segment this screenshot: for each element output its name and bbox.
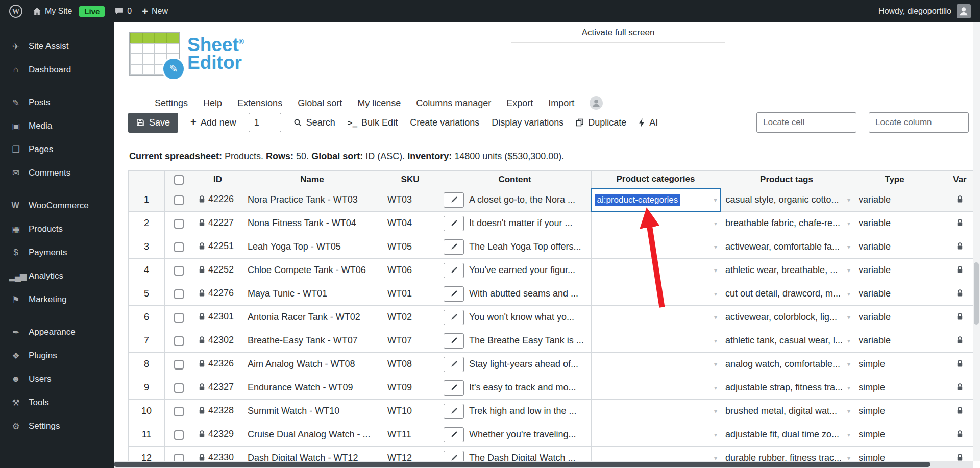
column-header-categories[interactable]: Product categories xyxy=(592,171,720,188)
tags-cell[interactable]: analog watch, comfortable... xyxy=(720,353,853,376)
column-header-sku[interactable]: SKU xyxy=(382,171,438,188)
chevron-down-icon[interactable] xyxy=(714,243,717,251)
chevron-down-icon[interactable] xyxy=(847,243,850,251)
sidebar-item-posts[interactable]: ✎ Posts xyxy=(0,91,114,114)
content-cell[interactable]: You've earned your figur... xyxy=(438,259,592,282)
id-cell[interactable]: 42330 xyxy=(193,447,242,461)
categories-cell[interactable] xyxy=(592,235,720,259)
column-header-id[interactable]: ID xyxy=(193,171,242,188)
select-all-checkbox[interactable] xyxy=(174,175,184,185)
row-number[interactable]: 8 xyxy=(129,353,165,376)
add-new-button[interactable]: Add new xyxy=(190,117,236,128)
chevron-down-icon[interactable] xyxy=(847,220,850,227)
sku-cell[interactable]: WT07 xyxy=(382,329,438,353)
column-header-content[interactable]: Content xyxy=(438,171,592,188)
edit-content-button[interactable] xyxy=(444,286,464,302)
tags-cell[interactable]: cut out detail, drawcord, m... xyxy=(720,282,853,306)
chevron-down-icon[interactable] xyxy=(714,220,717,227)
name-cell[interactable]: Leah Yoga Top - WT05 xyxy=(242,235,382,259)
howdy-text[interactable]: Howdy, diegoportillo xyxy=(878,7,951,16)
tags-cell[interactable]: adjustable fit, dual time zo... xyxy=(720,423,853,447)
categories-cell[interactable] xyxy=(592,423,720,447)
name-cell[interactable]: Aim Analog Watch - WT08 xyxy=(242,353,382,376)
edit-content-button[interactable] xyxy=(444,451,464,461)
chevron-down-icon[interactable] xyxy=(714,361,717,368)
edit-content-button[interactable] xyxy=(444,263,464,278)
categories-cell[interactable] xyxy=(592,259,720,282)
chevron-down-icon[interactable] xyxy=(847,196,850,204)
chevron-down-icon[interactable] xyxy=(714,267,717,274)
chevron-down-icon[interactable] xyxy=(714,314,717,321)
locate-column-input[interactable] xyxy=(869,112,969,133)
edit-content-button[interactable] xyxy=(444,310,464,325)
activate-fullscreen-link[interactable]: Activate full screen xyxy=(582,28,655,38)
type-cell[interactable]: simple xyxy=(853,423,936,447)
nav-item-global-sort[interactable]: Global sort xyxy=(298,98,342,109)
sku-cell[interactable]: WT05 xyxy=(382,235,438,259)
display-variations-button[interactable]: Display variations xyxy=(492,117,564,128)
name-cell[interactable]: Chloe Compete Tank - WT06 xyxy=(242,259,382,282)
categories-cell[interactable] xyxy=(592,447,720,461)
sidebar-item-dashboard[interactable]: ⌂ Dashboard xyxy=(0,58,114,82)
tags-cell[interactable]: athletic tank, casual wear, l... xyxy=(720,329,853,353)
search-button[interactable]: Search xyxy=(293,117,335,128)
row-number[interactable]: 12 xyxy=(129,447,165,461)
sidebar-item-comments[interactable]: ✉ Comments xyxy=(0,161,114,185)
sidebar-item-media[interactable]: ▣ Media xyxy=(0,114,114,138)
categories-cell[interactable] xyxy=(592,329,720,353)
chevron-down-icon[interactable] xyxy=(847,455,850,461)
new-link[interactable]: New xyxy=(142,6,168,17)
sidebar-item-users[interactable]: ☻ Users xyxy=(0,367,114,391)
content-cell[interactable]: With abutted seams and ... xyxy=(438,282,592,306)
type-cell[interactable]: variable xyxy=(853,282,936,306)
profile-icon[interactable] xyxy=(590,96,603,110)
selected-cell[interactable]: ai:product-categories xyxy=(592,188,720,212)
sku-cell[interactable]: WT08 xyxy=(382,353,438,376)
row-checkbox[interactable] xyxy=(174,219,184,229)
sidebar-item-site-assist[interactable]: ✈ Site Assist xyxy=(0,35,114,58)
nav-item-extensions[interactable]: Extensions xyxy=(237,98,282,109)
comments-link[interactable]: 0 xyxy=(115,7,132,16)
type-cell[interactable]: simple xyxy=(853,376,936,400)
type-cell[interactable]: variable xyxy=(853,329,936,353)
edit-content-button[interactable] xyxy=(444,427,464,442)
chevron-down-icon[interactable] xyxy=(714,431,717,438)
categories-cell[interactable] xyxy=(592,400,720,423)
row-checkbox[interactable] xyxy=(174,266,184,276)
edit-content-button[interactable] xyxy=(444,216,464,231)
row-checkbox[interactable] xyxy=(174,313,184,323)
id-cell[interactable]: 42302 xyxy=(193,329,242,353)
categories-cell[interactable] xyxy=(592,376,720,400)
name-cell[interactable]: Antonia Racer Tank - WT02 xyxy=(242,306,382,329)
content-cell[interactable]: The Leah Yoga Top offers... xyxy=(438,235,592,259)
my-site-link[interactable]: My Site xyxy=(33,7,72,16)
tags-cell[interactable]: casual style, organic cotto... xyxy=(720,188,853,212)
content-cell[interactable]: It's easy to track and mo... xyxy=(438,376,592,400)
row-number[interactable]: 7 xyxy=(129,329,165,353)
sku-cell[interactable]: WT12 xyxy=(382,447,438,461)
name-cell[interactable]: Breathe-Easy Tank - WT07 xyxy=(242,329,382,353)
name-cell[interactable]: Nona Fitness Tank - WT04 xyxy=(242,212,382,235)
column-header-variations[interactable]: Var xyxy=(936,171,973,188)
id-cell[interactable]: 42326 xyxy=(193,353,242,376)
chevron-down-icon[interactable] xyxy=(847,337,850,344)
row-number[interactable]: 3 xyxy=(129,235,165,259)
chevron-down-icon[interactable] xyxy=(714,384,717,391)
content-cell[interactable]: Stay light-years ahead of... xyxy=(438,353,592,376)
tags-cell[interactable]: durable rubber, fitness trac... xyxy=(720,447,853,461)
chevron-down-icon[interactable] xyxy=(714,337,717,344)
type-cell[interactable]: variable xyxy=(853,188,936,212)
column-header-type[interactable]: Type xyxy=(853,171,936,188)
row-checkbox[interactable] xyxy=(174,383,184,393)
row-number[interactable]: 9 xyxy=(129,376,165,400)
sku-cell[interactable]: WT09 xyxy=(382,376,438,400)
type-cell[interactable]: variable xyxy=(853,259,936,282)
rows-count-input[interactable] xyxy=(249,113,281,132)
nav-item-export[interactable]: Export xyxy=(506,98,533,109)
chevron-down-icon[interactable] xyxy=(847,408,850,415)
content-cell[interactable]: Whether you're traveling... xyxy=(438,423,592,447)
id-cell[interactable]: 42251 xyxy=(193,235,242,259)
chevron-down-icon[interactable] xyxy=(847,267,850,274)
nav-item-import[interactable]: Import xyxy=(548,98,574,109)
horizontal-scrollbar[interactable] xyxy=(114,461,973,468)
